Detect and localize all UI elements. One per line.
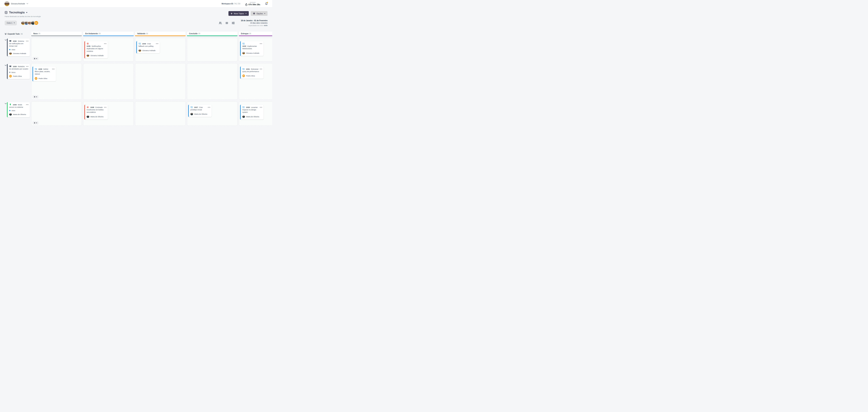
assignee-avatar (9, 113, 12, 116)
cycle-date-range: 18 de Janeiro - 01 de Fevereiro (241, 19, 268, 22)
add-card-button[interactable] (32, 121, 38, 124)
chevron-down-icon (26, 12, 27, 13)
card-menu-button[interactable] (104, 42, 106, 44)
topic-rail: 1025Modo escuro no sistema Ativo Marta d… (5, 101, 30, 126)
user-avatar[interactable] (4, 1, 9, 6)
board-selector[interactable]: Tecnologia (5, 11, 41, 14)
user-menu[interactable]: Giovana Andrade (4, 1, 28, 6)
board-cell-concluido[interactable]: 1027Criar protótipo inicial Marta de Oli… (187, 101, 238, 126)
chevron-down-icon (5, 103, 7, 104)
column-header-validando: Validando(2) (135, 32, 186, 36)
board-cell-entregue[interactable]: 1033Implementar WebSockets Giovana Andra… (239, 38, 272, 61)
stopwatch-icon (245, 3, 248, 6)
assignee-avatar: PS (35, 77, 37, 80)
card-menu-button[interactable] (104, 106, 106, 108)
chevron-down-icon (245, 13, 247, 14)
card-menu-button[interactable] (260, 42, 262, 44)
board-cell-concluido[interactable] (187, 38, 238, 61)
board-page: Tecnologia Painel destinado as tarefas d… (0, 7, 272, 126)
work-item-card[interactable]: 1027Criar protótipo inicial Marta de Oli… (188, 105, 212, 117)
status-dot (9, 49, 10, 50)
board-cell-em-andamento[interactable]: 1035Notificações duplicadas em alguns ce… (83, 38, 134, 61)
collapse-topic-chevron[interactable] (5, 102, 7, 105)
board-cell-em-andamento[interactable] (83, 63, 134, 100)
column-header-entregue: Entregue(0) (239, 32, 272, 36)
cycle-days-remaining: 10 dias úteis restantes (241, 22, 268, 24)
workspace-id: Workspace ID: 741.720 (221, 3, 240, 5)
work-item-card[interactable]: 1035Notificações duplicadas em alguns ce… (84, 41, 108, 58)
expand-all-button[interactable]: Expandir Tudo (4) (5, 32, 30, 36)
assignee-avatar: PS (9, 75, 12, 78)
menu-icon (225, 22, 228, 24)
work-item-card[interactable]: 1031Estruturar query de performance PSPe… (240, 66, 264, 79)
board-cell-validando[interactable] (135, 101, 186, 126)
activity-timer[interactable]: atividades 07h 59m 28s (245, 2, 260, 6)
workspace-id-value: 741.720 (234, 3, 240, 5)
bug-icon (87, 42, 89, 45)
work-item-card[interactable]: 1028Contraste insuficiente em botões sec… (84, 105, 108, 119)
board-cell-novo[interactable] (31, 38, 82, 61)
cycle-selector[interactable]: Ciclo 1 (5, 21, 17, 25)
card-menu-button[interactable] (26, 65, 28, 67)
work-item-card[interactable]: 1030Definir filtros (data, usuário, stat… (32, 66, 56, 81)
member-avatar[interactable]: PS (34, 21, 38, 25)
chevron-down-icon (5, 39, 7, 41)
plus-icon (34, 58, 35, 59)
card-menu-button[interactable] (156, 42, 158, 44)
add-card-button[interactable] (32, 95, 38, 98)
card-menu-button[interactable] (260, 68, 262, 69)
card-menu-button[interactable] (208, 106, 210, 108)
chevron-down-icon (27, 3, 28, 4)
kanban-board: Expandir Tudo (4) Novo(3) Em Andamento(3… (5, 32, 272, 126)
members-filter-button[interactable] (219, 22, 222, 24)
cycle-info: 18 de Janeiro - 01 de Fevereiro 10 dias … (241, 19, 268, 27)
board-cell-entregue[interactable]: 1026Levantar impacto no design system Ma… (239, 101, 272, 126)
topic-card[interactable]: 1025Modo escuro no sistema Ativo Marta d… (7, 102, 30, 117)
cycle-label: Ciclo 1 (7, 22, 12, 24)
checklist-icon (35, 68, 37, 70)
topic-card[interactable]: 1029Relatório de atividades por usuário … (7, 64, 30, 79)
board-cell-validando[interactable]: 1034Criar fallback com polling Giovana A… (135, 38, 186, 61)
card-menu-button[interactable] (260, 106, 262, 108)
chevron-down-icon (36, 58, 37, 59)
lightbulb-icon (9, 104, 11, 106)
users-icon (219, 22, 222, 24)
book-icon (9, 40, 11, 42)
plus-icon (34, 96, 35, 98)
sliders-icon (232, 22, 235, 24)
add-card-button[interactable] (32, 57, 38, 60)
options-button[interactable]: Opções (251, 11, 268, 16)
topic-card[interactable]: 1032Sistema de notificações em tempo rea… (7, 38, 30, 56)
card-menu-button[interactable] (26, 40, 28, 41)
collapse-topic-chevron[interactable] (5, 39, 7, 41)
options-label: Opções (256, 12, 263, 14)
new-topic-button[interactable]: Novo Tópico (228, 11, 249, 16)
status-label: Novo (11, 71, 16, 73)
notifications-button[interactable] (265, 2, 268, 5)
checklist-icon (242, 43, 245, 45)
collapse-topic-chevron[interactable] (5, 64, 7, 66)
list-view-button[interactable] (225, 22, 228, 24)
status-dot (9, 110, 10, 111)
board-cell-novo[interactable] (31, 101, 82, 126)
card-menu-button[interactable] (26, 104, 28, 105)
board-cell-entregue[interactable]: 1031Estruturar query de performance PSPe… (239, 63, 272, 100)
chevron-down-icon (5, 65, 7, 66)
board-cell-em-andamento[interactable]: 1028Contraste insuficiente em botões sec… (83, 101, 134, 126)
filters-button[interactable] (232, 22, 235, 24)
work-item-card[interactable]: 1033Implementar WebSockets Giovana Andra… (240, 41, 264, 56)
assignee-avatar (242, 52, 245, 54)
board-icon (5, 11, 7, 14)
work-item-card[interactable]: 1026Levantar impacto no design system Ma… (240, 105, 264, 119)
topic-rail: 1029Relatório de atividades por usuário … (5, 63, 30, 100)
board-cell-concluido[interactable] (187, 63, 238, 100)
card-menu-button[interactable] (52, 68, 55, 69)
board-cell-novo[interactable]: 1030Definir filtros (data, usuário, stat… (31, 63, 82, 100)
board-cell-validando[interactable] (135, 63, 186, 100)
chevron-down-icon (14, 23, 15, 23)
cycle-toolbar: Ciclo 1 PS 18 de Janeiro - 01 de Feverei… (5, 19, 268, 27)
checklist-icon (242, 106, 245, 108)
work-item-card[interactable]: 1034Criar fallback com polling Giovana A… (136, 41, 160, 53)
page-subtitle: Painel destinado as tarefas do time de t… (5, 16, 41, 18)
member-avatars[interactable]: PS (21, 21, 38, 25)
